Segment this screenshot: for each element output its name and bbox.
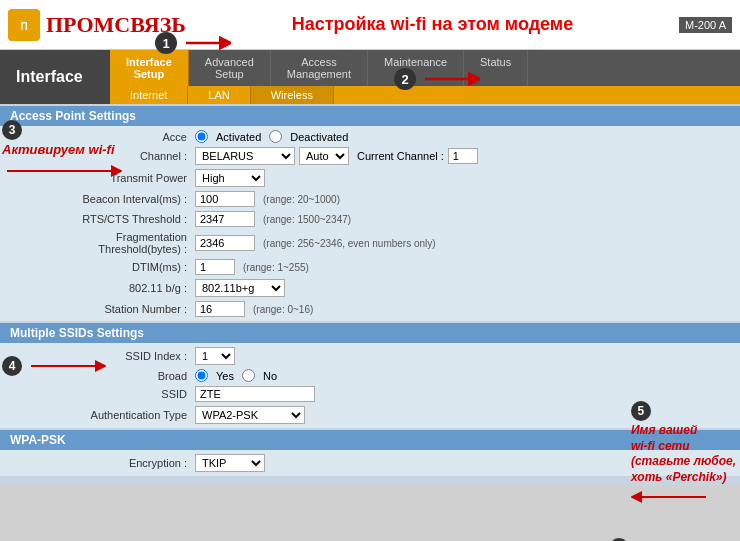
station-label: Station Number : (10, 303, 195, 315)
arrow-3-icon (2, 159, 122, 183)
ssid-index-select[interactable]: 1 (195, 347, 235, 365)
transmit-power-control: High (195, 169, 265, 187)
beacon-input[interactable] (195, 191, 255, 207)
broadcast-control: Yes No (195, 369, 277, 382)
dot11-control: 802.11b+g (195, 279, 285, 297)
encryption-select[interactable]: TKIP (195, 454, 265, 472)
acce-activated-label: Activated (216, 131, 261, 143)
num-circle-5: 5 (631, 401, 651, 421)
nav-row: Interface InterfaceSetup AdvancedSetup A… (0, 50, 740, 104)
encryption-row: Encryption : TKIP (0, 452, 740, 474)
annotation-5-container: 5 Имя вашейwi-fi сети(ставьте любое,хоть… (631, 401, 736, 512)
page-wrapper: П ПРОМСВЯЗЬ Настройка wi-fi на этом моде… (0, 0, 740, 541)
dtim-hint: (range: 1~255) (243, 262, 309, 273)
ssid-input[interactable] (195, 386, 315, 402)
annotation-1-container: 1 (155, 28, 231, 58)
encryption-label: Encryption : (10, 457, 195, 469)
arrow-5-icon (631, 485, 711, 509)
station-hint: (range: 0~16) (253, 304, 313, 315)
subtab-wireless[interactable]: Wireless (251, 86, 334, 104)
beacon-control: (range: 20~1000) (195, 191, 340, 207)
broadcast-no-radio[interactable] (242, 369, 255, 382)
acce-control: Activated Deactivated (195, 130, 348, 143)
transmit-power-select[interactable]: High (195, 169, 265, 187)
subtab-internet[interactable]: Internet (110, 86, 188, 104)
rts-input[interactable] (195, 211, 255, 227)
num-circle-3: 3 (2, 120, 22, 140)
num-circle-2: 2 (394, 68, 416, 90)
broadcast-yes-label: Yes (216, 370, 234, 382)
broadcast-no-label: No (263, 370, 277, 382)
dot11-row: 802.11 b/g : 802.11b+g (0, 277, 740, 299)
current-channel-input[interactable] (448, 148, 478, 164)
rts-row: RTS/CTS Threshold : (range: 1500~2347) (0, 209, 740, 229)
annotation-3-container: 3 Активируем wi-fi (2, 120, 122, 186)
header: П ПРОМСВЯЗЬ Настройка wi-fi на этом моде… (0, 0, 740, 50)
rts-hint: (range: 1500~2347) (263, 214, 351, 225)
acce-activated-radio[interactable] (195, 130, 208, 143)
ssid-index-control: 1 (195, 347, 235, 365)
station-control: (range: 0~16) (195, 301, 313, 317)
frag-input[interactable] (195, 235, 255, 251)
activate-wifi-label: Активируем wi-fi (2, 142, 122, 157)
dtim-row: DTIM(ms) : (range: 1~255) (0, 257, 740, 277)
channel-mode-select[interactable]: Auto (299, 147, 349, 165)
current-channel-label: Current Channel : (357, 150, 444, 162)
header-title: Настройка wi-fi на этом модеме (186, 14, 679, 35)
channel-select[interactable]: BELARUS (195, 147, 295, 165)
dot11-select[interactable]: 802.11b+g (195, 279, 285, 297)
beacon-row: Beacon Interval(ms) : (range: 20~1000) (0, 189, 740, 209)
rts-control: (range: 1500~2347) (195, 211, 351, 227)
channel-control: BELARUS Auto Current Channel : (195, 147, 478, 165)
logo-icon: П (8, 9, 40, 41)
annotation-2-container: 2 (394, 64, 480, 94)
arrow-1-icon (181, 28, 231, 58)
station-row: Station Number : (range: 0~16) (0, 299, 740, 319)
wifi-name-label: Имя вашейwi-fi сети(ставьте любое,хоть «… (631, 423, 736, 485)
subtab-lan[interactable]: LAN (188, 86, 250, 104)
station-input[interactable] (195, 301, 245, 317)
model-badge: M-200 A (679, 17, 732, 33)
frag-control: (range: 256~2346, even numbers only) (195, 235, 436, 251)
frag-hint: (range: 256~2346, even numbers only) (263, 238, 436, 249)
auth-label: Authentication Type (10, 409, 195, 421)
dtim-input[interactable] (195, 259, 235, 275)
ssid-form: SSID Index : 1 Broad Yes No (0, 343, 740, 428)
arrow-4-icon (26, 354, 106, 378)
content-wrapper: Access Point Settings Acce Activated Dea… (0, 106, 740, 486)
broadcast-row: Broad Yes No (0, 367, 740, 384)
svg-text:П: П (20, 21, 27, 32)
wpa-section-header: WPA-PSK (0, 430, 740, 450)
ssid-index-row: SSID Index : 1 (0, 345, 740, 367)
dtim-label: DTIM(ms) : (10, 261, 195, 273)
ssid-section-header: Multiple SSIDs Settings (0, 323, 740, 343)
num-circle-4: 4 (2, 356, 22, 376)
rts-label: RTS/CTS Threshold : (10, 213, 195, 225)
tab-access-management[interactable]: AccessManagement (271, 50, 368, 86)
beacon-label: Beacon Interval(ms) : (10, 193, 195, 205)
auth-row: Authentication Type WPA2-PSK (0, 404, 740, 426)
ssid-control (195, 386, 315, 402)
encryption-control: TKIP (195, 454, 265, 472)
ssid-label: SSID (10, 388, 195, 400)
annotation-4-container: 4 (2, 354, 106, 378)
wpa-form: Encryption : TKIP (0, 450, 740, 476)
auth-select[interactable]: WPA2-PSK (195, 406, 305, 424)
num-circle-1: 1 (155, 32, 177, 54)
dtim-control: (range: 1~255) (195, 259, 309, 275)
frag-label: FragmentationThreshold(bytes) : (10, 231, 195, 255)
beacon-hint: (range: 20~1000) (263, 194, 340, 205)
interface-label: Interface (0, 50, 110, 104)
acce-deactivated-radio[interactable] (269, 130, 282, 143)
ssid-row: SSID (0, 384, 740, 404)
arrow-2-icon (420, 64, 480, 94)
broadcast-yes-radio[interactable] (195, 369, 208, 382)
auth-control: WPA2-PSK (195, 406, 305, 424)
acce-deactivated-label: Deactivated (290, 131, 348, 143)
frag-row: FragmentationThreshold(bytes) : (range: … (0, 229, 740, 257)
dot11-label: 802.11 b/g : (10, 282, 195, 294)
